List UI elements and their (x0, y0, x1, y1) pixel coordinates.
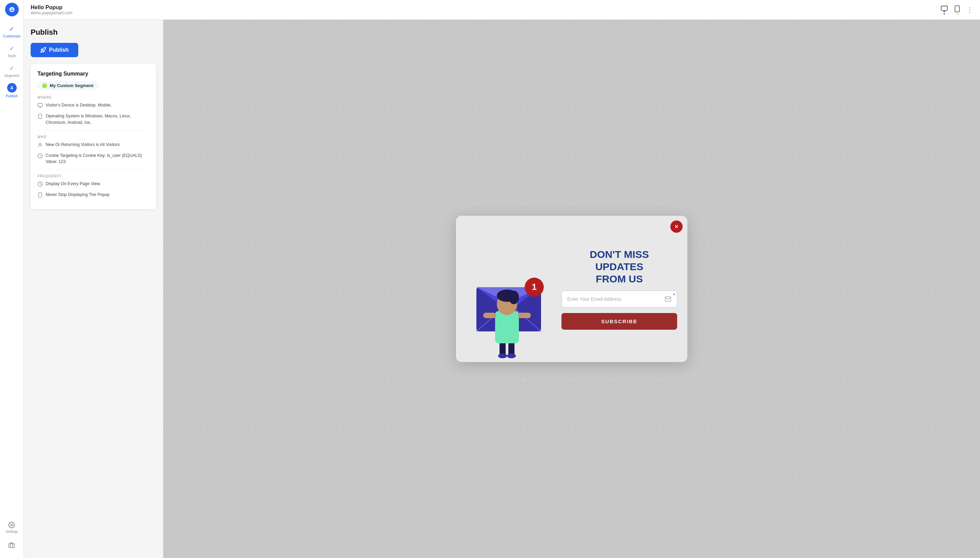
check-icon-style: ✓ (9, 45, 14, 53)
sidebar-item-briefcase[interactable] (5, 539, 18, 551)
stop-icon (38, 192, 43, 200)
email-input[interactable]: Enter Your Email Address (561, 290, 677, 308)
mobile-dot (957, 13, 958, 15)
desktop-icon (941, 5, 948, 13)
svg-rect-2 (9, 544, 15, 548)
rocket-icon (40, 47, 46, 53)
sidebar-item-segment[interactable]: ✓ Segment (0, 61, 23, 81)
topbar-info: Hello Popup demo.popupsmart.com (31, 5, 936, 15)
svg-text:1: 1 (532, 282, 537, 292)
targeting-row-never-stop: Never Stop Displaying The Popup (38, 192, 149, 200)
popup-content: DON'T MISS UPDATES FROM US Enter Your Em… (558, 238, 687, 340)
svg-rect-6 (38, 103, 42, 107)
mobile-icon (954, 5, 961, 13)
visitor-icon (38, 142, 43, 150)
popup-close-button[interactable]: × (670, 220, 683, 233)
segment-badge: My Custom Segment (38, 81, 98, 90)
svg-point-9 (39, 143, 41, 144)
sidebar: ✓ Customize ✓ Style ✓ Segment 4 Publish … (0, 0, 24, 558)
svg-point-24 (507, 353, 516, 358)
os-icon (38, 114, 43, 121)
popup-illustration: 1 (456, 216, 558, 362)
segment-active-dot (42, 84, 47, 88)
publish-panel: Publish Publish Targeting Summary My Cus… (24, 20, 163, 558)
targeting-row-os: Operating System is Windows, Macos, Linu… (38, 113, 149, 126)
topbar-actions: ⋮ (941, 5, 973, 15)
targeting-title: Targeting Summary (38, 71, 149, 77)
page-subtitle: demo.popupsmart.com (31, 11, 936, 15)
page-title: Hello Popup (31, 5, 936, 11)
mobile-view-button[interactable] (954, 5, 961, 15)
subscribe-button[interactable]: SUBSCRIBE (561, 313, 677, 330)
publish-button[interactable]: Publish (31, 43, 78, 57)
device-icon (38, 103, 43, 110)
popup-heading: DON'T MISS UPDATES FROM US (561, 248, 677, 285)
divider-1 (38, 130, 149, 130)
main-area: Hello Popup demo.popupsmart.com ⋮ Publis… (24, 0, 980, 558)
desktop-active-dot (944, 13, 945, 15)
sidebar-item-style[interactable]: ✓ Style (0, 41, 23, 61)
svg-point-23 (498, 353, 507, 358)
app-logo[interactable] (5, 3, 19, 16)
svg-rect-25 (495, 311, 519, 343)
svg-point-30 (509, 290, 519, 304)
who-label: WHO (38, 135, 149, 139)
svg-point-1 (11, 524, 13, 526)
sidebar-item-publish[interactable]: 4 Publish (0, 81, 23, 100)
targeting-summary-card: Targeting Summary My Custom Segment WHER… (31, 64, 156, 209)
email-input-wrapper: Enter Your Email Address * (561, 290, 677, 308)
publish-step-badge: 4 (7, 83, 17, 92)
popup-modal: × 1 (456, 216, 687, 362)
svg-rect-26 (483, 313, 496, 318)
targeting-row-frequency: Display On Every Page View. (38, 181, 149, 189)
segment-name: My Custom Segment (50, 83, 94, 88)
more-options-button[interactable]: ⋮ (966, 6, 973, 14)
content-area: Publish Publish Targeting Summary My Cus… (24, 20, 980, 558)
svg-rect-12 (38, 192, 41, 197)
divider-2 (38, 169, 149, 169)
sidebar-item-customize[interactable]: ✓ Customize (0, 22, 23, 41)
targeting-row-cookie: Cookie Targeting is Cookie Key: is_user … (38, 153, 149, 165)
svg-rect-27 (518, 313, 531, 318)
check-icon-segment: ✓ (9, 65, 14, 72)
panel-title: Publish (31, 28, 156, 37)
required-star: * (673, 293, 675, 299)
where-label: WHERE (38, 95, 149, 99)
mail-icon (665, 296, 671, 302)
frequency-label: FREQUENCY (38, 174, 149, 178)
sidebar-item-settings[interactable]: Settings (5, 519, 18, 536)
desktop-view-button[interactable] (941, 5, 948, 15)
preview-area: × 1 (163, 20, 980, 558)
sidebar-bottom: Settings (5, 519, 18, 555)
svg-rect-3 (941, 6, 947, 10)
cookie-icon (38, 153, 43, 161)
targeting-row-device: Visitor's Device is Desktop, Mobile, (38, 102, 149, 110)
topbar: Hello Popup demo.popupsmart.com ⋮ (24, 0, 980, 20)
briefcase-icon (8, 542, 15, 548)
gear-icon (8, 522, 15, 528)
check-icon: ✓ (9, 25, 14, 33)
email-illustration: 1 (463, 233, 551, 362)
clock-icon (38, 181, 43, 189)
targeting-row-visitors: New Or Returning Visitors is All Visitor… (38, 141, 149, 150)
